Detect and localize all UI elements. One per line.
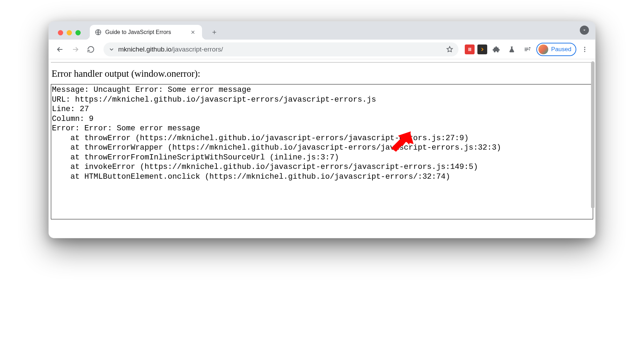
reload-button[interactable]: [85, 43, 97, 56]
close-tab-button[interactable]: [189, 29, 197, 36]
address-bar[interactable]: mknichel.github.io/javascript-errors/: [103, 42, 458, 56]
toolbar: mknichel.github.io/javascript-errors/ Pa…: [49, 40, 595, 59]
svg-rect-2: [470, 48, 470, 51]
tab-strip: Guide to JavaScript Errors: [49, 21, 595, 40]
url-domain: mknichel.github.io: [118, 46, 172, 53]
output-text: Message: Uncaught Error: Some error mess…: [52, 86, 501, 181]
close-window-button[interactable]: [58, 30, 63, 35]
svg-rect-3: [471, 48, 471, 51]
avatar: [538, 45, 548, 54]
site-info-button[interactable]: [108, 46, 115, 53]
maximize-window-button[interactable]: [75, 30, 81, 35]
labs-flask-icon[interactable]: [505, 43, 518, 56]
profile-button[interactable]: Paused: [536, 43, 576, 56]
window-controls: [56, 30, 83, 40]
svg-rect-1: [469, 48, 469, 51]
extension-icon-1[interactable]: [465, 45, 475, 54]
svg-point-5: [584, 47, 585, 48]
url-path: /javascript-errors/: [172, 46, 223, 53]
new-tab-button[interactable]: [208, 26, 220, 38]
section-heading: Error handler output (window.onerror):: [51, 63, 593, 84]
extension-icon-2[interactable]: [477, 45, 487, 54]
profile-status: Paused: [551, 46, 571, 53]
browser-window: Guide to JavaScript Errors: [48, 21, 596, 238]
forward-button[interactable]: [69, 43, 82, 56]
svg-point-4: [529, 47, 531, 48]
browser-tab[interactable]: Guide to JavaScript Errors: [90, 25, 202, 40]
url-text: mknichel.github.io/javascript-errors/: [118, 46, 442, 53]
scrollbar[interactable]: [591, 61, 595, 208]
media-control-icon[interactable]: [521, 43, 534, 56]
bookmark-star-icon[interactable]: [446, 46, 454, 53]
page-viewport: Error handler output (window.onerror): M…: [49, 59, 595, 238]
chrome-menu-button[interactable]: [579, 46, 590, 53]
error-output-box: Message: Uncaught Error: Some error mess…: [51, 84, 593, 219]
chevron-down-icon: [580, 26, 589, 35]
back-button[interactable]: [54, 43, 66, 56]
svg-point-7: [584, 51, 585, 52]
extensions-puzzle-icon[interactable]: [490, 43, 503, 56]
svg-point-6: [584, 49, 585, 50]
page-content: Error handler output (window.onerror): M…: [51, 62, 593, 219]
minimize-window-button[interactable]: [67, 30, 72, 35]
tabstrip-overflow[interactable]: [580, 26, 589, 35]
globe-icon: [95, 29, 102, 36]
tab-title: Guide to JavaScript Errors: [105, 29, 189, 35]
